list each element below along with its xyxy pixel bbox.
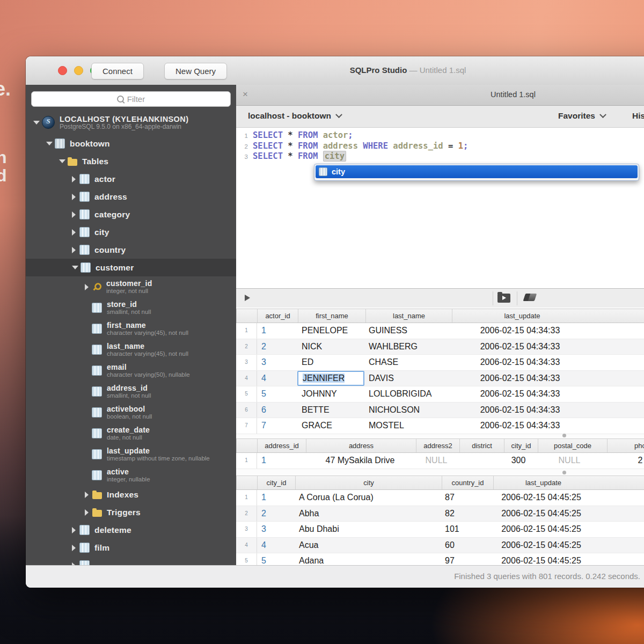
tree-item-email[interactable]: emailcharacter varying(50), nullable [26,360,236,381]
chevron-right-icon[interactable] [85,284,89,290]
chevron-right-icon[interactable] [72,229,76,236]
table-cell[interactable]: 2006-02-15 04:34:33 [450,355,590,370]
tree-item-booktown[interactable]: booktown [26,135,236,152]
editing-cell[interactable]: JENNIFER [297,371,364,386]
table-cell[interactable]: 2006-02-15 04:34:33 [450,339,590,355]
table-row[interactable]: 22NICKWAHLBERG2006-02-15 04:34:33 [236,339,644,355]
table-cell[interactable]: 2006-02-15 04:45:25 [492,538,591,553]
table-cell[interactable]: 1 [257,490,295,506]
column-header-first_name[interactable]: first_name [298,309,365,323]
table-cell[interactable]: NULL [535,453,604,469]
tree-item-activebool[interactable]: activeboolboolean, not null [26,402,236,423]
table-cell[interactable]: GUINESS [364,323,450,339]
table-cell[interactable]: 60 [441,538,492,553]
tree-item-triggers[interactable]: Triggers [26,503,236,521]
tree-item-create-date[interactable]: create_datedate, not null [26,423,236,444]
table-cell[interactable]: DAVIS [364,371,450,386]
table-cell[interactable]: 4 [257,538,295,553]
tree-item-country[interactable]: country [26,241,236,259]
column-header-last_update[interactable]: last_update [493,476,593,489]
table-cell[interactable]: 2006-02-15 04:34:33 [450,371,590,386]
chevron-down-icon[interactable] [33,121,40,125]
chevron-down-icon[interactable] [72,266,78,269]
autocomplete-item-city[interactable]: city [316,165,638,178]
tree-item-indexes[interactable]: Indexes [26,486,236,503]
table-cell[interactable]: ED [297,355,364,370]
table-row[interactable]: 11PENELOPEGUINESS2006-02-15 04:34:33 [236,323,644,339]
table-cell[interactable]: 1 [257,323,297,339]
table-cell[interactable]: PENELOPE [297,323,364,339]
tree-item-address[interactable]: address [26,188,236,206]
title-bar[interactable]: Connect New Query SQLPro Studio — Untitl… [26,56,644,85]
tree-item-deleteme[interactable]: deleteme [26,521,236,539]
column-header-city[interactable]: city [295,476,442,489]
history-button[interactable]: History [632,111,644,121]
splitter-handle[interactable] [562,434,566,437]
tab-untitled-1[interactable]: Untitled 1.sql [236,90,644,99]
table-row[interactable]: 55JOHNNYLOLLOBRIGIDA2006-02-15 04:34:33 [236,386,644,402]
chevron-right-icon[interactable] [72,194,76,200]
sql-line-2[interactable]: 2SELECT * FROM address WHERE address_id … [236,141,644,152]
tree-item-city[interactable]: city [26,223,236,241]
column-header-city_id[interactable]: city_id [257,476,295,489]
table-cell[interactable]: WAHLBERG [364,339,450,355]
table-cell[interactable]: 2006-02-15 04:34:33 [450,418,590,434]
table-cell[interactable]: Acua [295,538,441,553]
tree-item-localhost-kylehankinson-[interactable]: LOCALHOST (KYLEHANKINSON)PostgreSQL 9.5.… [26,110,236,135]
table-cell[interactable]: 82 [441,506,492,522]
column-header-phone[interactable]: phone [607,439,644,452]
table-cell[interactable]: 2006-02-15 04:34:33 [450,386,590,402]
filter-input[interactable]: Filter [31,91,231,107]
table-cell[interactable]: 2 [257,506,295,522]
table-cell[interactable]: NICK [297,339,364,355]
table-row[interactable]: 77GRACEMOSTEL2006-02-15 04:34:33 [236,418,644,434]
sql-line-1[interactable]: 1SELECT * FROM actor; [236,130,644,141]
column-header-last_update[interactable]: last_update [452,309,592,323]
table-row[interactable]: 44Acua602006-02-15 04:45:25 [236,538,644,554]
table-cell[interactable]: 2006-02-15 04:45:25 [492,490,591,506]
table-cell[interactable]: A Corua (La Corua) [295,490,441,506]
actor-results-table[interactable]: actor_idfirst_namelast_namelast_update11… [236,309,644,434]
tree-item-last-name[interactable]: last_namecharacter varying(45), not null [26,339,236,360]
table-cell[interactable]: NICHOLSON [364,402,450,418]
chevron-right-icon[interactable] [85,509,89,516]
column-header-last_name[interactable]: last_name [365,309,452,323]
chevron-right-icon[interactable] [72,545,76,551]
column-header-district[interactable]: district [459,439,504,452]
table-row[interactable]: 33EDCHASE2006-02-15 04:34:33 [236,355,644,371]
chevron-right-icon[interactable] [72,176,76,182]
table-cell[interactable]: 3 [257,355,297,370]
table-row[interactable]: 66BETTENICHOLSON2006-02-15 04:34:33 [236,402,644,419]
table-cell[interactable]: 2 [257,339,297,355]
table-cell[interactable]: CHASE [364,355,450,370]
table-row[interactable]: 22Abha822006-02-15 04:45:25 [236,506,644,522]
column-header-postal_code[interactable]: postal_code [538,439,607,452]
column-header-address2[interactable]: address2 [416,439,459,452]
table-cell[interactable]: 3 [257,522,295,537]
tree-item-tables[interactable]: Tables [26,152,236,170]
table-row[interactable]: 11A Corua (La Corua)872006-02-15 04:45:2… [236,490,644,506]
table-cell[interactable]: GRACE [297,418,364,434]
column-header-country_id[interactable]: country_id [442,476,493,489]
chevron-down-icon[interactable] [59,159,65,163]
table-row[interactable]: 1147 MySakila DriveNULL300NULL2 [236,453,644,469]
table-cell[interactable]: 300 [502,453,535,469]
chevron-right-icon[interactable] [72,211,76,218]
chevron-right-icon[interactable] [85,492,89,498]
sql-editor[interactable]: 1SELECT * FROM actor;2SELECT * FROM addr… [236,128,644,288]
table-cell[interactable]: LOLLOBRIGIDA [364,386,450,402]
table-cell[interactable]: 6 [257,402,297,418]
column-header-city_id[interactable]: city_id [504,439,538,452]
table-cell[interactable]: BETTE [297,402,364,418]
column-header-address[interactable]: address [306,439,416,452]
table-cell[interactable]: 101 [441,522,492,537]
table-cell[interactable]: MOSTEL [364,418,450,434]
table-cell[interactable]: NULL [415,453,458,469]
table-cell[interactable]: 87 [441,490,492,506]
chevron-right-icon[interactable] [72,527,76,533]
export-folder-icon[interactable] [497,294,510,303]
table-cell[interactable]: 47 MySakila Drive [305,453,415,469]
column-header-address_id[interactable]: address_id [257,439,306,452]
table-cell[interactable]: 2006-02-15 04:45:25 [492,522,591,537]
table-cell[interactable]: 2006-02-15 04:45:25 [492,506,591,522]
